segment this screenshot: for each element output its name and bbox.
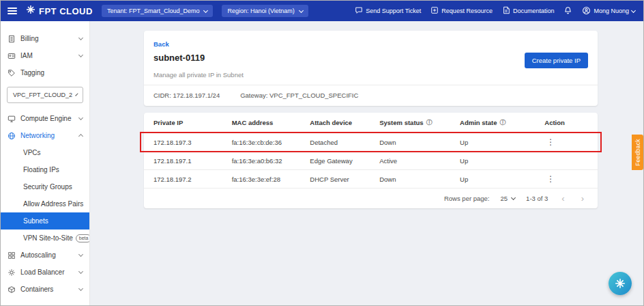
info-icon[interactable]: ⓘ xyxy=(499,118,506,127)
column-header-system-status: System status ⓘ xyxy=(379,118,460,127)
column-header-admin-state: Admin state ⓘ xyxy=(460,118,544,127)
rows-per-page-dropdown[interactable]: 25 xyxy=(501,195,516,202)
document-icon xyxy=(502,6,510,16)
table-row[interactable]: 172.18.197.2 fa:16:3e:3e:ef:28 DHCP Serv… xyxy=(144,169,598,188)
chevron-down-icon xyxy=(78,53,83,57)
brand-logo: FPT CLOUD xyxy=(26,5,93,17)
notifications-bell-button[interactable] xyxy=(564,6,572,16)
chevron-down-icon xyxy=(299,8,304,12)
sidebar-item-vpn-site-to-site[interactable]: VPN Site-to-Site beta xyxy=(1,230,89,247)
sidebar-item-security-groups[interactable]: Security Groups xyxy=(1,178,89,195)
cell-attach-device: Edge Gateway xyxy=(310,157,379,165)
chevron-down-icon xyxy=(78,269,83,274)
topbar: FPT CLOUD Tenant: FPT_Smart_Cloud_Demo R… xyxy=(1,1,643,21)
rows-per-page-label: Rows per page: xyxy=(444,195,490,202)
table-row[interactable]: 172.18.197.1 fa:16:3e:a0:b6:32 Edge Gate… xyxy=(144,151,598,169)
column-header-action: Action xyxy=(544,119,588,126)
sidebar-item-networking[interactable]: Networking xyxy=(1,127,89,144)
page-subtitle: Manage all private IP in Subnet xyxy=(153,71,588,85)
chevron-down-icon xyxy=(75,93,78,96)
cell-attach-device: DHCP Server xyxy=(310,176,379,183)
pagination-next-button[interactable]: › xyxy=(579,193,587,204)
request-resource-link[interactable]: Request Resource xyxy=(430,6,493,16)
cell-attach-device: Detached xyxy=(310,139,379,146)
pagination-range: 1-3 of 3 xyxy=(526,195,548,202)
pagination-prev-button[interactable]: ‹ xyxy=(559,193,567,204)
sidebar-item-vpcs[interactable]: VPCs xyxy=(1,144,89,161)
chevron-down-icon xyxy=(78,252,83,257)
bell-icon xyxy=(564,6,572,16)
resource-box-icon xyxy=(430,6,439,16)
cell-system-status: Active xyxy=(379,157,460,165)
chevron-down-icon xyxy=(203,8,208,12)
cell-system-status: Down xyxy=(379,176,460,183)
region-dropdown[interactable]: Region: Hanoi (Vietnam) xyxy=(222,5,308,17)
sidebar-item-allow-address-pairs[interactable]: Allow Address Pairs xyxy=(1,195,89,212)
user-menu[interactable]: Mong Nuong xyxy=(582,6,635,16)
info-icon[interactable]: ⓘ xyxy=(426,118,433,127)
topbar-actions: Send Support Ticket Request Resource Doc… xyxy=(355,6,635,16)
cell-mac-address: fa:16:3e:cb:de:36 xyxy=(232,139,310,146)
table-header-row: Private IP MAC address Attach device Sys… xyxy=(144,113,598,133)
cell-private-ip: 172.18.197.2 xyxy=(153,176,232,183)
fpt-sparkle-icon xyxy=(26,5,35,17)
column-header-private-ip: Private IP xyxy=(153,119,232,126)
cell-admin-state: Up xyxy=(460,176,544,183)
send-support-ticket-link[interactable]: Send Support Ticket xyxy=(355,6,421,16)
sidebar-item-autoscaling[interactable]: Autoscaling xyxy=(1,247,89,264)
support-ticket-icon xyxy=(355,6,363,16)
column-header-mac-address: MAC address xyxy=(232,119,310,126)
chevron-down-icon xyxy=(78,115,83,120)
tenant-dropdown[interactable]: Tenant: FPT_Smart_Cloud_Demo xyxy=(102,5,214,17)
hamburger-menu-icon[interactable] xyxy=(8,8,17,14)
user-name: Mong Nuong xyxy=(594,8,629,14)
cell-mac-address: fa:16:3e:3e:ef:28 xyxy=(232,176,310,183)
tenant-dropdown-label: Tenant: FPT_Smart_Cloud_Demo xyxy=(107,8,200,14)
beta-badge: beta xyxy=(76,234,90,242)
sidebar-item-floating-ips[interactable]: Floating IPs xyxy=(1,161,89,178)
feedback-tab[interactable]: Feedback xyxy=(632,135,643,170)
billing-icon xyxy=(8,35,16,43)
cell-mac-address: fa:16:3e:a0:b6:32 xyxy=(232,157,310,165)
chevron-down-icon xyxy=(78,36,83,40)
brand-name: FPT CLOUD xyxy=(39,6,93,16)
subnet-header-card: Back subnet-0119 Create private IP Manag… xyxy=(144,31,598,106)
cidr-value: CIDR: 172.18.197.1/24 xyxy=(153,92,220,99)
sidebar-item-tagging[interactable]: Tagging xyxy=(1,64,89,81)
fpt-sparkle-icon xyxy=(615,278,626,289)
page-title: subnet-0119 xyxy=(153,53,525,63)
sidebar-item-load-balancer[interactable]: Load Balancer xyxy=(1,264,89,281)
table-pagination: Rows per page: 25 1-3 of 3 ‹ › xyxy=(144,188,598,208)
iam-icon xyxy=(8,52,16,60)
app-window: FPT CLOUD Tenant: FPT_Smart_Cloud_Demo R… xyxy=(0,0,644,306)
networking-icon xyxy=(8,132,16,140)
chevron-down-icon xyxy=(511,195,516,200)
gateway-value: Gateway: VPC_FPT_CLOUD_SPECIFIC xyxy=(240,92,358,99)
row-actions-menu-icon[interactable]: ⋮ xyxy=(544,137,557,147)
region-dropdown-label: Region: Hanoi (Vietnam) xyxy=(227,8,294,14)
private-ip-table-card: Private IP MAC address Attach device Sys… xyxy=(144,113,598,208)
back-link[interactable]: Back xyxy=(153,40,169,48)
table-row[interactable]: 172.18.197.3 fa:16:3e:cb:de:36 Detached … xyxy=(144,133,598,151)
sidebar-item-billing[interactable]: Billing xyxy=(1,30,89,47)
documentation-link[interactable]: Documentation xyxy=(502,6,555,16)
cell-private-ip: 172.18.197.1 xyxy=(153,157,232,165)
create-private-ip-button[interactable]: Create private IP xyxy=(525,53,588,68)
sidebar: Billing IAM Tagging VPC_FPT_CLOUD_2 Comp… xyxy=(1,21,90,305)
containers-icon xyxy=(8,286,16,294)
sidebar-item-containers[interactable]: Containers xyxy=(1,281,89,298)
sidebar-item-iam[interactable]: IAM xyxy=(1,47,89,64)
main-content: Back subnet-0119 Create private IP Manag… xyxy=(90,21,643,305)
vpc-selector-dropdown[interactable]: VPC_FPT_CLOUD_2 xyxy=(7,87,83,103)
user-avatar-icon xyxy=(582,6,591,16)
assistant-fab-button[interactable] xyxy=(609,272,632,295)
sidebar-item-subnets[interactable]: Subnets xyxy=(1,212,89,230)
sidebar-item-compute-engine[interactable]: Compute Engine xyxy=(1,110,89,127)
tag-icon xyxy=(8,69,16,77)
column-header-attach-device: Attach device xyxy=(310,119,379,126)
compute-engine-icon xyxy=(8,115,16,123)
cell-private-ip: 172.18.197.3 xyxy=(153,139,232,146)
cell-system-status: Down xyxy=(379,139,460,146)
cell-admin-state: Up xyxy=(460,139,544,146)
row-actions-menu-icon[interactable]: ⋮ xyxy=(544,174,557,184)
